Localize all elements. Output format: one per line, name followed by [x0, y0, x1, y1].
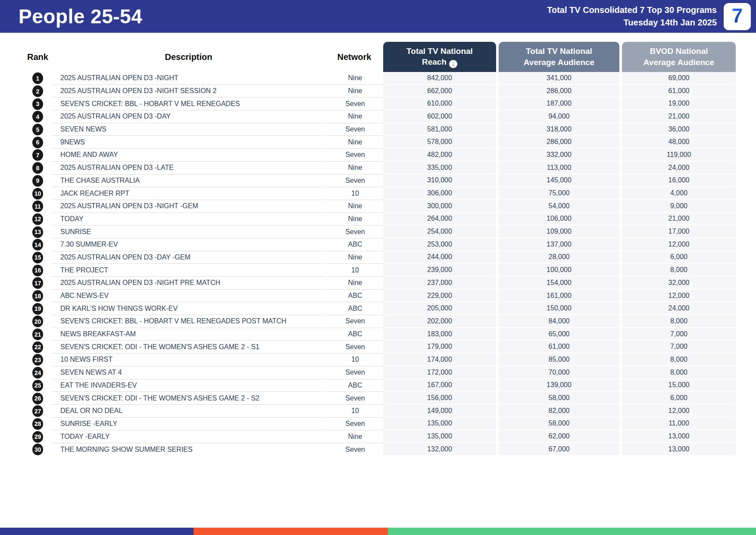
- table-row: 24 SEVEN NEWS AT 4 Seven 172,000 70,000 …: [24, 366, 736, 379]
- program-description: NEWS BREAKFAST-AM: [52, 328, 325, 341]
- rank-cell: 30: [24, 443, 52, 456]
- column-header-network: Network: [325, 52, 383, 62]
- table-row: 13 SUNRISE Seven 254,000 109,000 17,000: [24, 225, 736, 238]
- program-description: SUNRISE -EARLY: [52, 418, 325, 431]
- rank-badge: 13: [32, 226, 43, 238]
- bvod-header-line2: Average Audience: [644, 57, 714, 68]
- table-row: 17 2025 AUSTRALIAN OPEN D3 -NIGHT PRE MA…: [24, 277, 736, 290]
- total-tv-national-average-audience-value: 58,000: [499, 418, 619, 431]
- footer-color-bar: [0, 528, 756, 535]
- total-tv-national-average-audience-value: 58,000: [499, 392, 619, 405]
- total-tv-national-reach-value: 172,000: [383, 366, 496, 379]
- total-tv-national-reach-value: 482,000: [383, 149, 496, 162]
- total-tv-national-reach-value: 179,000: [383, 341, 496, 354]
- total-tv-national-reach-value: 202,000: [383, 315, 496, 328]
- sort-descending-icon[interactable]: ↓: [449, 60, 457, 68]
- rank-badge: 3: [32, 98, 43, 110]
- rank-cell: 17: [24, 277, 52, 290]
- program-network: ABC: [327, 290, 383, 303]
- table-row: 22 SEVEN'S CRICKET: ODI - THE WOMEN'S AS…: [24, 341, 736, 354]
- column-header-total-tv-national-reach[interactable]: Total TV National Reach↓: [383, 42, 496, 72]
- program-description: 2025 AUSTRALIAN OPEN D3 -NIGHT -GEM: [52, 200, 325, 213]
- program-network: ABC: [327, 238, 383, 251]
- rank-badge: 26: [32, 393, 43, 404]
- total-tv-national-reach-value: 135,000: [383, 430, 496, 443]
- total-tv-national-reach-value: 264,000: [383, 213, 496, 226]
- total-tv-national-average-audience-value: 84,000: [499, 315, 619, 328]
- total-tv-national-reach-value: 842,000: [383, 72, 496, 85]
- program-description: 2025 AUSTRALIAN OPEN D3 -NIGHT SESSION 2: [52, 85, 325, 98]
- rank-badge: 11: [32, 200, 43, 212]
- bvod-national-average-audience-value: 7,000: [622, 341, 736, 354]
- reach-header-line2: Reach↓: [422, 56, 457, 68]
- total-tv-national-reach-value: 205,000: [383, 302, 496, 315]
- bvod-national-average-audience-value: 17,000: [622, 225, 736, 238]
- program-network: Seven: [327, 123, 383, 136]
- rank-cell: 5: [24, 123, 52, 136]
- rank-cell: 19: [24, 302, 52, 315]
- program-description: SEVEN'S CRICKET: ODI - THE WOMEN'S ASHES…: [52, 392, 325, 405]
- program-network: Seven: [327, 366, 383, 379]
- total-tv-national-reach-value: 300,000: [383, 200, 496, 213]
- top30-table: Rank Description Network Total TV Nation…: [24, 42, 736, 456]
- program-network: ABC: [327, 302, 383, 315]
- rank-badge: 18: [32, 290, 43, 302]
- total-tv-national-average-audience-value: 286,000: [499, 136, 619, 149]
- total-tv-national-reach-value: 237,000: [383, 277, 496, 290]
- rank-cell: 4: [24, 110, 52, 123]
- channel-seven-logo: 7: [724, 3, 751, 30]
- rank-cell: 18: [24, 290, 52, 303]
- rank-cell: 10: [24, 187, 52, 200]
- total-tv-national-average-audience-value: 85,000: [499, 354, 619, 366]
- rank-badge: 4: [32, 111, 43, 122]
- program-description: TODAY: [52, 213, 325, 226]
- rank-badge: 5: [32, 124, 43, 135]
- total-tv-national-reach-value: 306,000: [383, 187, 496, 200]
- report-subtitle-line1: Total TV Consolidated 7 Top 30 Programs: [547, 4, 717, 16]
- bvod-national-average-audience-value: 19,000: [622, 97, 736, 110]
- table-row: 18 ABC NEWS-EV ABC 229,000 161,000 12,00…: [24, 290, 736, 303]
- table-column-headers: Rank Description Network Total TV Nation…: [24, 42, 736, 72]
- program-description: 10 NEWS FIRST: [52, 354, 325, 366]
- rank-badge: 16: [32, 265, 43, 276]
- bvod-header-line1: BVOD National: [650, 46, 708, 57]
- total-tv-national-average-audience-value: 28,000: [499, 251, 619, 264]
- total-tv-national-reach-value: 156,000: [383, 392, 496, 405]
- rank-badge: 22: [32, 341, 43, 353]
- total-tv-national-average-audience-value: 61,000: [499, 341, 619, 354]
- rank-badge: 2: [32, 85, 43, 97]
- column-header-total-tv-national-average-audience[interactable]: Total TV National Average Audience: [499, 42, 619, 72]
- bvod-national-average-audience-value: 12,000: [622, 238, 736, 251]
- program-description: DEAL OR NO DEAL: [52, 405, 325, 418]
- total-tv-national-average-audience-value: 137,000: [499, 238, 619, 251]
- total-tv-national-average-audience-value: 75,000: [499, 187, 619, 200]
- table-row: 3 SEVEN'S CRICKET: BBL - HOBART V MEL RE…: [24, 97, 736, 110]
- total-tv-national-reach-value: 167,000: [383, 379, 496, 392]
- program-network: 10: [327, 354, 383, 366]
- blue-segment: [0, 528, 194, 535]
- rank-badge: 30: [32, 444, 43, 455]
- bvod-national-average-audience-value: 13,000: [622, 443, 736, 456]
- total-tv-national-average-audience-value: 341,000: [499, 72, 619, 85]
- bvod-national-average-audience-value: 4,000: [622, 187, 736, 200]
- table-row: 4 2025 AUSTRALIAN OPEN D3 -DAY Nine 602,…: [24, 110, 736, 123]
- table-row: 2 2025 AUSTRALIAN OPEN D3 -NIGHT SESSION…: [24, 85, 736, 98]
- program-network: Nine: [327, 430, 383, 443]
- seven-logo-glyph: 7: [732, 4, 743, 27]
- program-network: Nine: [327, 162, 383, 175]
- table-row: 14 7.30 SUMMER-EV ABC 253,000 137,000 12…: [24, 238, 736, 251]
- program-network: 10: [327, 264, 383, 277]
- program-description: THE MORNING SHOW SUMMER SERIES: [52, 443, 325, 456]
- total-tv-national-average-audience-value: 139,000: [499, 379, 619, 392]
- table-row: 10 JACK REACHER RPT 10 306,000 75,000 4,…: [24, 187, 736, 200]
- total-tv-national-reach-value: 244,000: [383, 251, 496, 264]
- rank-cell: 7: [24, 149, 52, 162]
- rank-cell: 20: [24, 315, 52, 328]
- rank-badge: 28: [32, 418, 43, 430]
- reach-header-line1: Total TV National: [406, 46, 473, 57]
- rank-badge: 10: [32, 188, 43, 200]
- rank-cell: 11: [24, 200, 52, 213]
- rank-cell: 28: [24, 418, 52, 431]
- column-header-bvod-national-average-audience[interactable]: BVOD National Average Audience: [622, 42, 736, 72]
- rank-cell: 25: [24, 379, 52, 392]
